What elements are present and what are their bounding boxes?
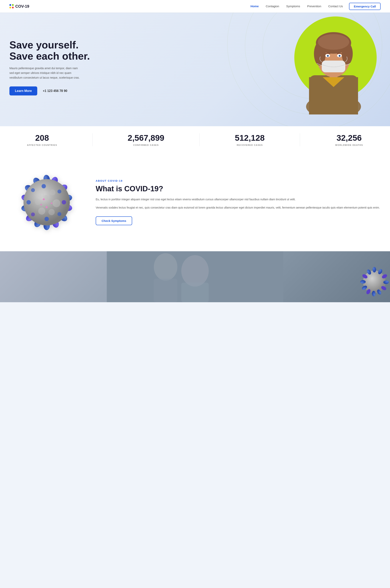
- svg-point-60: [57, 189, 61, 193]
- stat-number-confirmed: 2,567,899: [128, 133, 164, 143]
- nav-home[interactable]: Home: [250, 4, 259, 8]
- svg-point-51: [49, 209, 55, 215]
- nav-symptoms[interactable]: Symptoms: [286, 4, 300, 8]
- svg-point-72: [363, 271, 386, 293]
- logo-dots: [9, 4, 14, 8]
- svg-point-59: [42, 184, 46, 188]
- stat-label-confirmed: Confirmed Cases: [128, 144, 164, 146]
- svg-point-56: [51, 202, 52, 204]
- about-paragraph-2: Venenatis sodales lectus feugiat et nec,…: [96, 205, 381, 210]
- hero-section: Save yourself. Save each other. Mauris p…: [0, 12, 390, 126]
- virus-image: [13, 169, 80, 236]
- svg-point-58: [40, 204, 42, 205]
- svg-point-65: [26, 200, 31, 204]
- hero-actions: Learn More +1 123 456 78 90: [9, 87, 90, 95]
- hero-title: Save yourself. Save each other.: [9, 39, 90, 62]
- bottom-image: [0, 251, 390, 302]
- stat-divider-3: [300, 133, 300, 146]
- about-section: About COVID-19 What is COVID-19? Eu, lec…: [0, 153, 390, 251]
- stat-number-deaths: 32,256: [335, 133, 363, 143]
- svg-point-61: [62, 200, 66, 204]
- logo-dot-yellow: [9, 7, 11, 8]
- svg-rect-71: [181, 283, 209, 302]
- svg-point-49: [49, 189, 55, 195]
- svg-rect-69: [154, 279, 177, 302]
- stat-number-recovered: 512,128: [235, 133, 265, 143]
- learn-more-button[interactable]: Learn More: [9, 87, 37, 95]
- svg-point-16: [339, 55, 340, 56]
- svg-point-68: [154, 253, 177, 281]
- hero-phone: +1 123 456 78 90: [43, 89, 67, 93]
- stat-confirmed-cases: 2,567,899 Confirmed Cases: [128, 133, 164, 146]
- about-section-label: About COVID-19: [96, 179, 381, 182]
- nav-prevention[interactable]: Prevention: [307, 4, 321, 8]
- svg-point-64: [31, 213, 35, 216]
- svg-point-63: [45, 217, 49, 221]
- corner-virus-svg: [355, 266, 390, 301]
- svg-point-73: [373, 267, 376, 272]
- about-text-column: About COVID-19 What is COVID-19? Eu, lec…: [96, 179, 381, 225]
- about-image-column: [9, 169, 84, 236]
- hero-description: Mauris pellentesque gravida amet dui tem…: [9, 66, 80, 80]
- stats-bar: 208 Affected Countries 2,567,899 Confirm…: [0, 126, 390, 153]
- svg-point-52: [38, 208, 45, 215]
- svg-point-55: [43, 198, 45, 200]
- bottom-virus-decoration: [355, 266, 390, 302]
- stat-label-deaths: Worldwide Deaths: [335, 144, 363, 146]
- stat-divider-2: [199, 133, 200, 146]
- stat-worldwide-deaths: 32,256 Worldwide Deaths: [335, 133, 363, 146]
- svg-point-76: [383, 280, 389, 284]
- svg-rect-17: [322, 61, 345, 72]
- nav-contagion[interactable]: Contagion: [266, 4, 279, 8]
- stat-label-recovered: Recovered Cases: [235, 144, 265, 146]
- about-title: What is COVID-19?: [96, 185, 381, 193]
- nav-links: Home Contagion Symptoms Prevention Conta…: [250, 4, 343, 8]
- logo-dot-red: [12, 7, 14, 8]
- stat-number-countries: 208: [27, 133, 57, 143]
- svg-point-70: [181, 255, 209, 287]
- check-symptoms-button[interactable]: Check Symptoms: [96, 216, 132, 225]
- hero-person-image: [289, 12, 379, 126]
- svg-point-62: [57, 212, 61, 216]
- logo-dot-green: [12, 4, 14, 6]
- nav-contact[interactable]: Contact Us: [328, 4, 343, 8]
- emergency-call-button[interactable]: Emergency Call: [349, 3, 381, 10]
- svg-point-48: [37, 191, 44, 198]
- logo-dot-blue: [9, 4, 11, 6]
- stat-affected-countries: 208 Affected Countries: [27, 133, 57, 146]
- stat-divider-1: [92, 133, 93, 146]
- brand-name: COV-19: [15, 4, 29, 9]
- hero-image-area: [283, 12, 381, 126]
- person-svg: [291, 12, 376, 114]
- svg-point-57: [46, 206, 48, 208]
- about-paragraph-1: Eu, lectus in porttitor integer aliquam …: [96, 197, 381, 202]
- coronavirus-svg: [13, 169, 80, 236]
- svg-point-53: [35, 200, 41, 205]
- stat-label-countries: Affected Countries: [27, 144, 57, 146]
- svg-point-10: [318, 34, 349, 50]
- svg-point-66: [31, 188, 35, 192]
- svg-point-15: [328, 55, 328, 56]
- bottom-section: [0, 251, 390, 302]
- navbar: COV-19 Home Contagion Symptoms Preventio…: [0, 0, 390, 12]
- bottom-scene-svg: [0, 251, 390, 302]
- svg-point-82: [360, 280, 366, 284]
- svg-point-79: [372, 291, 376, 296]
- logo[interactable]: COV-19: [9, 4, 29, 9]
- svg-point-50: [52, 199, 60, 207]
- stat-recovered-cases: 512,128 Recovered Cases: [235, 133, 265, 146]
- hero-content: Save yourself. Save each other. Mauris p…: [9, 39, 90, 111]
